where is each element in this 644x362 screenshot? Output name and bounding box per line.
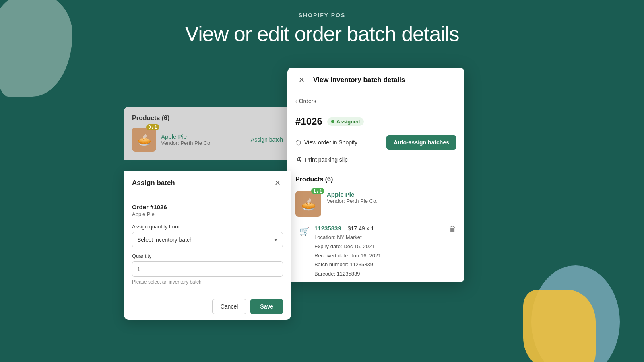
batch-info: 11235839 $17.49 x 1 Location: NY Market … <box>314 225 444 278</box>
breadcrumb-arrow-icon: ‹ <box>295 98 297 104</box>
product-image: 🥧 <box>132 128 156 152</box>
assign-batch-link[interactable]: Assign batch <box>251 136 283 143</box>
breadcrumb-label: Orders <box>299 98 316 104</box>
action-row: ⬡ View order in Shopify Auto-assign batc… <box>287 132 464 156</box>
batch-detail-row: 🛒 11235839 $17.49 x 1 Location: NY Marke… <box>287 221 464 282</box>
assign-modal-footer: Cancel Save <box>124 293 291 320</box>
panel-products-title: Products (6) <box>287 169 464 187</box>
assign-product-name: Apple Pie <box>132 211 283 217</box>
external-link-icon: ⬡ <box>295 139 301 146</box>
printer-icon: 🖨 <box>295 156 302 163</box>
status-dot <box>331 120 334 123</box>
batch-received: Received date: Jun 16, 2021 <box>314 252 444 260</box>
print-label: Print packing slip <box>305 156 348 163</box>
product-vendor: Vendor: Perth Pie Co. <box>161 140 246 146</box>
product-row: 🥧 0 / 1 Apple Pie Vendor: Perth Pie Co. … <box>132 128 283 152</box>
panel-product-image: 🥧 <box>295 191 321 217</box>
breadcrumb[interactable]: ‹ Orders <box>295 98 456 104</box>
quantity-hint: Please select an inventory batch <box>132 279 283 285</box>
auto-assign-button[interactable]: Auto-assign batches <box>386 135 456 150</box>
save-button[interactable]: Save <box>250 299 283 314</box>
status-label: Assigned <box>336 119 360 125</box>
print-packing-slip-link[interactable]: 🖨 Print packing slip <box>295 156 348 163</box>
panel-product-row: 🥧 1 / 1 Apple Pie Vendor: Perth Pie Co. <box>287 187 464 221</box>
assign-modal-close-button[interactable]: ✕ <box>272 177 283 189</box>
batch-id-link[interactable]: 11235839 <box>314 225 341 232</box>
cancel-button[interactable]: Cancel <box>212 299 247 314</box>
cart-icon: 🛒 <box>299 226 310 236</box>
header-title: View or edit order batch details <box>0 22 644 46</box>
panel-title: View inventory batch details <box>313 76 405 84</box>
panel-close-button[interactable]: ✕ <box>295 74 308 86</box>
batch-number: Batch number: 11235839 <box>314 261 444 269</box>
panel-product-badge: 1 / 1 <box>311 188 324 194</box>
product-info: Apple Pie Vendor: Perth Pie Co. <box>161 133 246 146</box>
assign-order-ref: Order #1026 <box>132 204 283 210</box>
header-area: SHOPIFY POS View or edit order batch det… <box>0 12 644 46</box>
inventory-batch-select[interactable]: Select inventory batch <box>132 232 283 247</box>
panel-product-name[interactable]: Apple Pie <box>327 191 456 198</box>
print-row: 🖨 Print packing slip <box>287 156 464 169</box>
inventory-panel-header: ✕ View inventory batch details <box>287 68 464 93</box>
order-header-row: #1026 Assigned <box>287 109 464 132</box>
view-order-label: View order in Shopify <box>304 139 357 146</box>
quantity-section: Quantity <box>132 253 283 277</box>
inventory-panel: ✕ View inventory batch details ‹ Orders … <box>287 68 464 282</box>
panel-body: ‹ Orders #1026 Assigned ⬡ View order in … <box>287 93 464 282</box>
breadcrumb-row: ‹ Orders <box>287 93 464 109</box>
product-badge: 0 / 1 <box>146 124 159 130</box>
assign-modal-body: Order #1026 Apple Pie Assign quantity fr… <box>124 195 291 293</box>
batch-barcode: Barcode: 11235839 <box>314 270 444 278</box>
product-image-wrap: 🥧 0 / 1 <box>132 128 156 152</box>
batch-location: Location: NY Market <box>314 233 444 242</box>
header-subtitle: SHOPIFY POS <box>0 12 644 19</box>
order-number: #1026 <box>295 116 322 127</box>
products-card-title: Products (6) <box>132 115 283 122</box>
panel-product-info: Apple Pie Vendor: Perth Pie Co. <box>327 191 456 204</box>
product-name[interactable]: Apple Pie <box>161 133 246 140</box>
batch-expiry: Expiry date: Dec 15, 2021 <box>314 243 444 251</box>
view-order-link[interactable]: ⬡ View order in Shopify <box>295 139 357 146</box>
quantity-input[interactable] <box>132 261 283 277</box>
batch-price: $17.49 x 1 <box>348 225 374 232</box>
assign-modal-title: Assign batch <box>132 179 175 187</box>
assign-batch-modal: Assign batch ✕ Order #1026 Apple Pie Ass… <box>124 171 291 320</box>
assign-modal-header: Assign batch ✕ <box>124 171 291 195</box>
products-card: Products (6) 🥧 0 / 1 Apple Pie Vendor: P… <box>124 107 291 160</box>
panel-product-vendor: Vendor: Perth Pie Co. <box>327 198 456 204</box>
status-badge: Assigned <box>327 117 364 126</box>
bg-decoration-bottom-right-yellow <box>523 290 596 362</box>
assign-qty-label: Assign quantity from <box>132 224 283 230</box>
quantity-label: Quantity <box>132 253 283 259</box>
batch-delete-button[interactable]: 🗑 <box>449 225 456 233</box>
panel-product-image-wrap: 🥧 1 / 1 <box>295 191 321 217</box>
